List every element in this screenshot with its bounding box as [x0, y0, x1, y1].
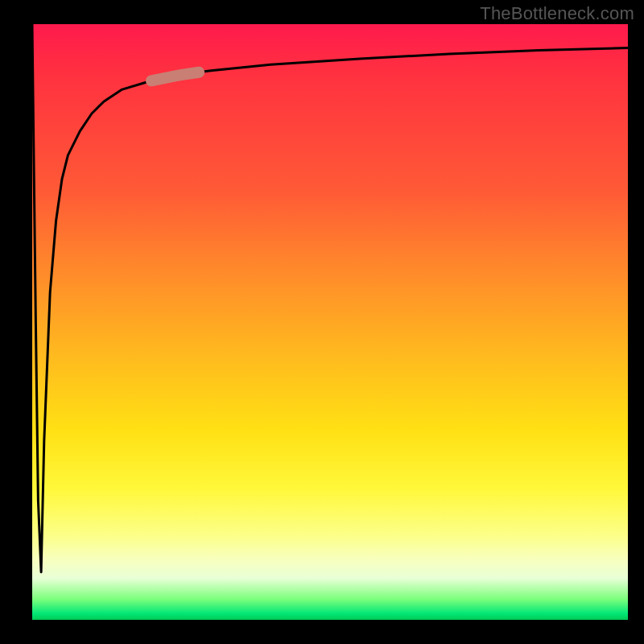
chart-frame: TheBottleneck.com	[0, 0, 644, 644]
watermark-text: TheBottleneck.com	[480, 3, 634, 24]
plot-area	[32, 24, 628, 620]
curve-layer	[32, 24, 628, 620]
bottleneck-curve	[32, 24, 628, 572]
highlight-segment	[151, 72, 199, 81]
